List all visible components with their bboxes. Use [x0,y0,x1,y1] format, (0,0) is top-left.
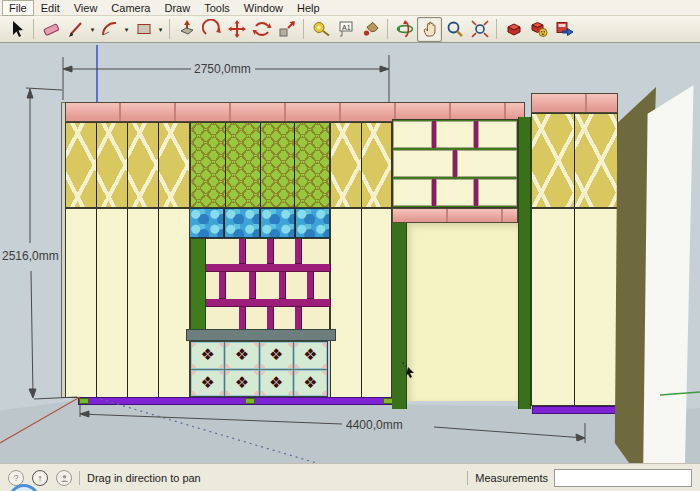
geolocate-circle-icon[interactable]: ↑ [32,470,48,486]
menu-help[interactable]: Help [290,1,327,15]
arc-tool-button[interactable] [97,17,122,42]
scale-tool-button[interactable] [274,17,299,42]
cursor-mark [402,362,414,378]
push-pull-tool-button[interactable] [174,17,199,42]
arc-icon [100,19,120,39]
menu-view[interactable]: View [67,1,105,15]
menu-draw[interactable]: Draw [157,1,197,15]
3d-viewport[interactable]: ❖ ❖ ❖ ❖ ❖ ❖ ❖ ❖ [0,43,700,463]
orbit-tool-button[interactable] [392,17,417,42]
menu-bar: File Edit View Camera Draw Tools Window … [0,0,700,16]
toolbar-separator [303,19,304,39]
menu-file[interactable]: File [2,0,34,16]
send-to-layout-icon [554,19,574,39]
status-separator [79,471,80,485]
dotted-axis [100,399,320,463]
sketchup-window: File Edit View Camera Draw Tools Window … [0,0,700,491]
arc-dropdown-arrow[interactable]: ▾ [122,18,131,41]
dimension-label-left: 2516,0mm [2,249,59,263]
svg-text:A1: A1 [342,24,351,31]
eraser-icon [41,19,61,39]
menu-tools[interactable]: Tools [197,1,237,15]
orbit-icon [395,19,415,39]
text-tool-button[interactable]: A1 [333,17,358,42]
line-dropdown-arrow[interactable]: ▾ [88,18,97,41]
dimension-label-top: 2750,0mm [194,62,251,76]
share-model-button[interactable] [526,17,551,42]
pencil-icon [66,19,86,39]
pan-hand-icon [420,19,440,39]
share-model-icon [529,19,549,39]
dimension-axes-overlay [0,43,700,463]
zoom-extents-tool-button[interactable] [467,17,492,42]
rectangle-tool-button[interactable] [131,17,156,42]
move-tool-button[interactable] [224,17,249,42]
get-models-button[interactable] [501,17,526,42]
menu-edit[interactable]: Edit [34,1,67,15]
status-separator [467,471,468,485]
measurements-label: Measurements [475,472,548,484]
red-axis [0,397,80,443]
dimension-label-bottom: 4400,0mm [346,418,403,432]
toolbar-separator [496,19,497,39]
scale-icon [277,19,297,39]
sign-in-person-icon[interactable] [56,470,72,486]
rotate-tool-button[interactable] [249,17,274,42]
green-axis [660,392,700,395]
measurements-input[interactable] [554,469,692,487]
push-pull-icon [177,19,197,39]
zoom-icon [445,19,465,39]
paint-bucket-tool-button[interactable] [358,17,383,42]
tape-measure-icon [311,19,331,39]
select-tool-button[interactable] [4,17,29,42]
move-icon [227,19,247,39]
follow-me-tool-button[interactable] [199,17,224,42]
paint-bucket-icon [361,19,381,39]
zoom-tool-button[interactable] [442,17,467,42]
status-hint: Drag in direction to pan [87,472,201,484]
eraser-tool-button[interactable] [38,17,63,42]
dimension-left [26,88,77,399]
line-tool-button[interactable] [63,17,88,42]
toolbar-separator [169,19,170,39]
follow-me-icon [202,19,222,39]
rotate-icon [252,19,272,39]
dimension-bottom [80,405,585,443]
toolbar-separator [387,19,388,39]
send-to-layout-button[interactable] [551,17,576,42]
rectangle-dropdown-arrow[interactable]: ▾ [156,18,165,41]
pan-tool-button[interactable] [417,17,442,42]
toolbar-separator [33,19,34,39]
select-icon [7,19,27,39]
rectangle-icon [134,19,154,39]
text-icon: A1 [336,19,356,39]
menu-window[interactable]: Window [237,1,290,15]
toolbar: ▾ ▾ ▾ A1 [0,16,700,43]
status-bar: ? ↑ Drag in direction to pan Measurement… [0,463,700,491]
zoom-extents-icon [470,19,490,39]
get-models-icon [504,19,524,39]
tape-measure-tool-button[interactable] [308,17,333,42]
menu-camera[interactable]: Camera [104,1,157,15]
